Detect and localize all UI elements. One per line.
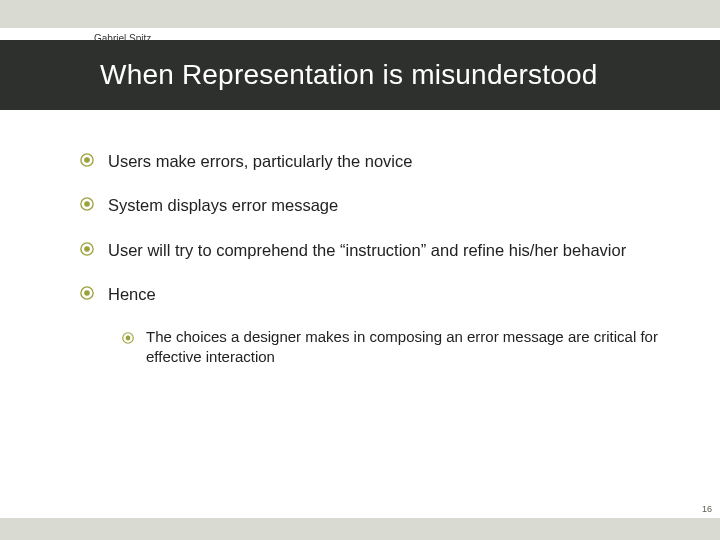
title-band: When Representation is misunderstood — [0, 40, 720, 110]
target-bullet-icon — [80, 242, 94, 256]
target-bullet-icon — [80, 286, 94, 300]
sub-bullet-item: The choices a designer makes in composin… — [122, 327, 670, 368]
target-bullet-icon — [80, 153, 94, 167]
bullet-item: Users make errors, particularly the novi… — [80, 150, 670, 172]
bottom-accent-bar — [0, 518, 720, 540]
page-number: 16 — [702, 504, 712, 514]
svg-point-7 — [84, 290, 90, 296]
bullet-text: User will try to comprehend the “instruc… — [108, 239, 626, 261]
bullet-text: Users make errors, particularly the novi… — [108, 150, 412, 172]
bullet-text: System displays error message — [108, 194, 338, 216]
bullet-item: System displays error message — [80, 194, 670, 216]
top-accent-bar — [0, 0, 720, 28]
sub-bullet-text: The choices a designer makes in composin… — [146, 327, 670, 368]
svg-point-1 — [84, 157, 90, 163]
target-bullet-icon — [80, 197, 94, 211]
slide-content: Users make errors, particularly the novi… — [80, 150, 670, 390]
slide-title: When Representation is misunderstood — [0, 59, 597, 91]
slide: Gabriel Spitz When Representation is mis… — [0, 0, 720, 540]
bullet-text: Hence — [108, 283, 156, 305]
bullet-item: Hence — [80, 283, 670, 305]
svg-point-5 — [84, 246, 90, 252]
svg-point-3 — [84, 201, 90, 207]
bullet-item: User will try to comprehend the “instruc… — [80, 239, 670, 261]
target-bullet-icon — [122, 330, 134, 342]
svg-point-9 — [126, 336, 131, 341]
